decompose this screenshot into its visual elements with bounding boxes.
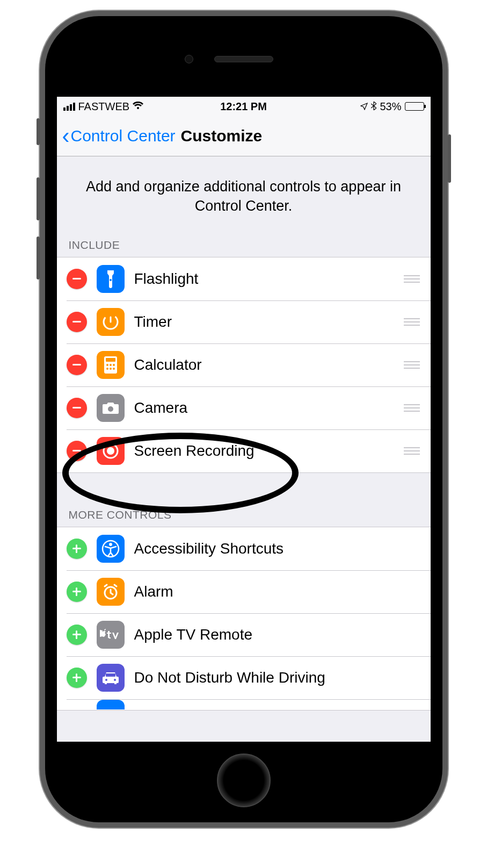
volume-down [37, 236, 40, 279]
add-button[interactable] [67, 625, 87, 645]
add-button[interactable] [67, 668, 87, 688]
drag-handle-icon[interactable] [403, 361, 421, 369]
battery-icon [405, 102, 424, 111]
svg-point-7 [106, 368, 108, 370]
mute-switch [37, 118, 40, 145]
svg-point-9 [113, 368, 115, 370]
row-flashlight[interactable]: Flashlight [57, 257, 431, 300]
page-title: Customize [181, 127, 263, 145]
row-dnd-driving[interactable]: Do Not Disturb While Driving [57, 656, 431, 699]
drag-handle-icon[interactable] [403, 275, 421, 283]
svg-point-16 [105, 679, 107, 681]
back-label: Control Center [71, 127, 176, 145]
status-bar: FASTWEB 12:21 PM 53% [57, 97, 431, 116]
row-timer[interactable]: Timer [57, 300, 431, 343]
svg-point-6 [113, 364, 115, 366]
alarm-icon [97, 578, 125, 606]
row-partial [57, 699, 431, 710]
row-label: Accessibility Shortcuts [134, 540, 421, 557]
drag-handle-icon[interactable] [403, 318, 421, 326]
carrier-label: FASTWEB [78, 101, 130, 113]
row-label: Apple TV Remote [134, 626, 421, 643]
row-alarm[interactable]: Alarm [57, 570, 431, 613]
row-label: Do Not Disturb While Driving [134, 669, 421, 686]
row-label: Calculator [134, 356, 403, 374]
row-accessibility[interactable]: Accessibility Shortcuts [57, 527, 431, 570]
camera-icon [97, 394, 125, 422]
battery-pct: 53% [380, 101, 401, 113]
row-calculator[interactable]: Calculator [57, 343, 431, 386]
more-header: MORE CONTROLS [57, 505, 431, 527]
car-icon [97, 664, 125, 692]
signal-icon [63, 103, 75, 111]
row-label: Flashlight [134, 270, 403, 288]
more-list: Accessibility Shortcuts Alarm Appl [57, 527, 431, 711]
volume-up [37, 177, 40, 220]
row-screen-recording[interactable]: Screen Recording [57, 429, 431, 472]
remove-button[interactable] [67, 398, 87, 418]
remove-button[interactable] [67, 355, 87, 375]
appletv-icon [97, 621, 125, 649]
svg-point-4 [106, 364, 108, 366]
record-icon [97, 437, 125, 465]
include-list: Flashlight Timer [57, 257, 431, 473]
flashlight-icon [97, 265, 125, 293]
nav-bar: ‹ Control Center Customize [57, 116, 431, 156]
svg-point-5 [110, 364, 112, 366]
row-label: Timer [134, 313, 403, 331]
back-button[interactable]: ‹ Control Center [62, 125, 176, 147]
intro-text: Add and organize additional controls to … [57, 156, 431, 235]
bluetooth-icon [371, 101, 376, 113]
svg-point-14 [109, 543, 112, 546]
drag-handle-icon[interactable] [403, 447, 421, 455]
wifi-icon [133, 101, 143, 113]
row-label: Camera [134, 399, 403, 417]
svg-point-10 [108, 406, 113, 412]
partial-icon [97, 700, 125, 709]
add-button[interactable] [67, 582, 87, 602]
home-button[interactable] [217, 754, 271, 807]
svg-point-12 [107, 447, 114, 455]
remove-button[interactable] [67, 441, 87, 461]
svg-rect-3 [106, 358, 115, 362]
row-label: Screen Recording [134, 442, 403, 460]
add-button[interactable] [67, 539, 87, 559]
location-icon [360, 101, 368, 113]
remove-button[interactable] [67, 269, 87, 289]
speaker-grille [214, 56, 273, 62]
row-label: Alarm [134, 583, 421, 600]
accessibility-icon [97, 535, 125, 563]
remove-button[interactable] [67, 312, 87, 332]
chevron-left-icon: ‹ [62, 125, 70, 147]
row-appletv[interactable]: Apple TV Remote [57, 613, 431, 656]
drag-handle-icon[interactable] [403, 404, 421, 412]
include-header: INCLUDE [57, 235, 431, 257]
clock: 12:21 PM [220, 101, 267, 113]
power-button [448, 134, 451, 183]
row-camera[interactable]: Camera [57, 386, 431, 429]
svg-point-0 [110, 279, 112, 281]
svg-rect-18 [106, 673, 115, 677]
screen: FASTWEB 12:21 PM 53% [57, 97, 431, 742]
svg-point-8 [110, 368, 112, 370]
svg-point-17 [114, 679, 116, 681]
timer-icon [97, 308, 125, 336]
phone-frame: FASTWEB 12:21 PM 53% [40, 11, 448, 828]
front-camera [185, 55, 193, 63]
calculator-icon [97, 351, 125, 379]
